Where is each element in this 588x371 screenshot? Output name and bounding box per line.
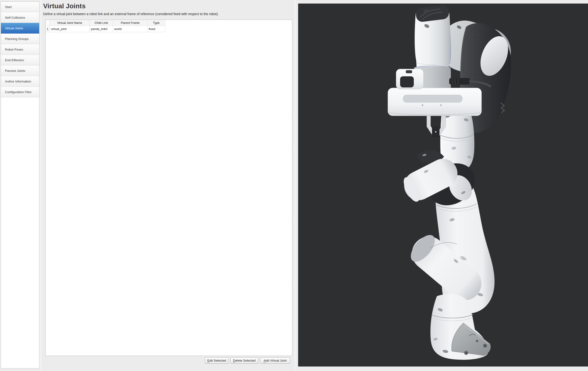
type-cell[interactable]: fixed — [147, 26, 165, 32]
sidebar-item-robot-poses[interactable]: Robot Poses — [1, 44, 39, 55]
virtual-joints-table: Virtual Joint Name Child Link Parent Fra… — [45, 20, 292, 356]
table-corner-header — [46, 20, 50, 26]
column-header-child-link[interactable]: Child Link — [90, 20, 113, 26]
edit-selected-button[interactable]: Edit Selected — [205, 357, 229, 364]
child-link-cell[interactable]: panda_link0 — [90, 26, 113, 32]
table-row[interactable]: 1 virtual_joint panda_link0 world fixed — [46, 26, 292, 32]
column-header-parent-frame[interactable]: Parent Frame — [113, 20, 147, 26]
row-number-cell: 1 — [46, 26, 50, 32]
setup-steps-sidebar: Start Self-Collisions Virtual Joints Pla… — [1, 1, 39, 368]
sidebar-item-virtual-joints[interactable]: Virtual Joints — [1, 23, 39, 33]
column-header-virtual-joint-name[interactable]: Virtual Joint Name — [50, 20, 90, 26]
add-virtual-joint-button[interactable]: Add Virtual Joint — [260, 357, 290, 364]
sidebar-item-start[interactable]: Start — [1, 2, 39, 12]
sidebar-item-author-information[interactable]: Author Information — [1, 76, 39, 87]
sidebar-item-end-effectors[interactable]: End Effectors — [1, 55, 39, 65]
table-header-row: Virtual Joint Name Child Link Parent Fra… — [46, 20, 292, 26]
sidebar-item-passive-joints[interactable]: Passive Joints — [1, 65, 39, 76]
sidebar-item-planning-groups[interactable]: Planning Groups — [1, 33, 39, 44]
page-title: Virtual Joints — [43, 2, 86, 10]
viewport-splitter-handle[interactable] — [294, 0, 296, 371]
sidebar-item-configuration-files[interactable]: Configuration Files — [1, 87, 39, 97]
virtual-joint-name-cell[interactable]: virtual_joint — [50, 26, 90, 32]
sidebar-splitter-handle[interactable] — [40, 0, 42, 371]
page-description: Define a virtual joint between a robot l… — [43, 12, 219, 16]
sidebar-item-self-collisions[interactable]: Self-Collisions — [1, 12, 39, 23]
panda-robot-3d-render — [298, 4, 588, 367]
column-header-type[interactable]: Type — [147, 20, 165, 26]
rviz-3d-viewport[interactable] — [298, 4, 588, 367]
moveit-setup-assistant-window: { "colors": { "window_background": "#ece… — [0, 0, 588, 371]
delete-selected-button[interactable]: Delete Selected — [230, 357, 258, 364]
parent-frame-cell[interactable]: world — [113, 26, 147, 32]
